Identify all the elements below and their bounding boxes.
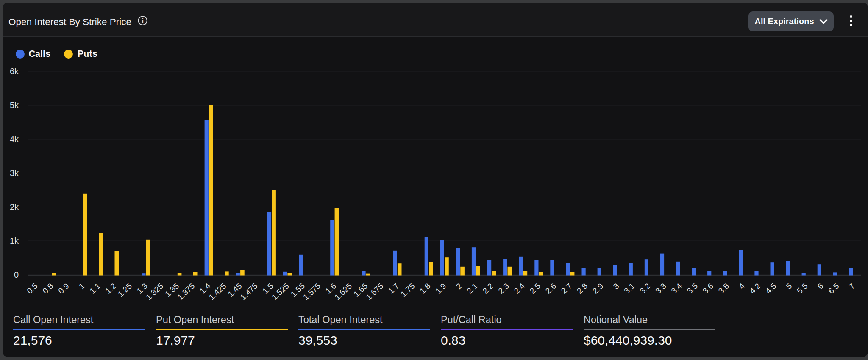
svg-text:0.9: 0.9 [56,282,71,296]
svg-text:2.4: 2.4 [512,281,527,296]
svg-text:0.5: 0.5 [25,282,39,296]
svg-text:1.9: 1.9 [434,282,448,296]
svg-text:1.325: 1.325 [144,282,165,302]
svg-text:3.8: 3.8 [717,282,731,296]
svg-text:1.375: 1.375 [175,282,196,302]
svg-text:4: 4 [737,281,746,291]
svg-text:1.1: 1.1 [88,282,102,296]
svg-text:1.525: 1.525 [270,282,291,302]
svg-text:2k: 2k [10,202,19,212]
svg-text:6.5: 6.5 [826,282,841,296]
svg-text:7: 7 [847,282,857,291]
svg-text:2.9: 2.9 [591,282,605,296]
svg-text:1.575: 1.575 [301,282,322,302]
svg-text:1.625: 1.625 [333,282,353,302]
svg-text:1.75: 1.75 [399,282,416,299]
svg-text:3: 3 [612,282,621,291]
svg-text:3k: 3k [10,168,19,178]
svg-text:1.475: 1.475 [239,282,259,302]
svg-text:1.2: 1.2 [103,282,118,296]
svg-text:6: 6 [816,282,825,291]
svg-text:5k: 5k [10,100,19,110]
svg-text:1: 1 [77,282,86,291]
svg-text:2.3: 2.3 [496,282,511,296]
svg-text:1.425: 1.425 [207,282,228,302]
svg-text:0.8: 0.8 [41,282,55,296]
svg-text:0: 0 [14,270,19,279]
svg-text:6k: 6k [10,67,19,76]
svg-text:2.6: 2.6 [544,282,558,296]
svg-text:2.2: 2.2 [481,282,495,296]
svg-text:5.5: 5.5 [795,282,810,296]
svg-text:2.1: 2.1 [465,282,479,296]
svg-text:3.1: 3.1 [622,282,637,296]
svg-text:3.2: 3.2 [638,282,652,296]
svg-text:1.8: 1.8 [418,282,432,296]
svg-text:4.2: 4.2 [748,282,762,296]
svg-text:2.8: 2.8 [575,282,590,296]
svg-text:3.4: 3.4 [669,281,684,296]
svg-text:3.6: 3.6 [701,282,715,296]
svg-text:5: 5 [784,282,793,291]
svg-text:2.7: 2.7 [559,282,574,296]
svg-text:1k: 1k [10,236,19,246]
svg-text:4.5: 4.5 [764,282,778,296]
svg-text:3.5: 3.5 [685,282,699,296]
svg-text:2: 2 [454,282,464,291]
svg-text:4k: 4k [10,134,19,144]
svg-text:1.675: 1.675 [364,282,385,302]
svg-text:1.25: 1.25 [116,282,134,299]
svg-text:1.7: 1.7 [387,282,401,296]
svg-text:3.3: 3.3 [654,282,668,296]
svg-text:2.5: 2.5 [528,282,542,296]
